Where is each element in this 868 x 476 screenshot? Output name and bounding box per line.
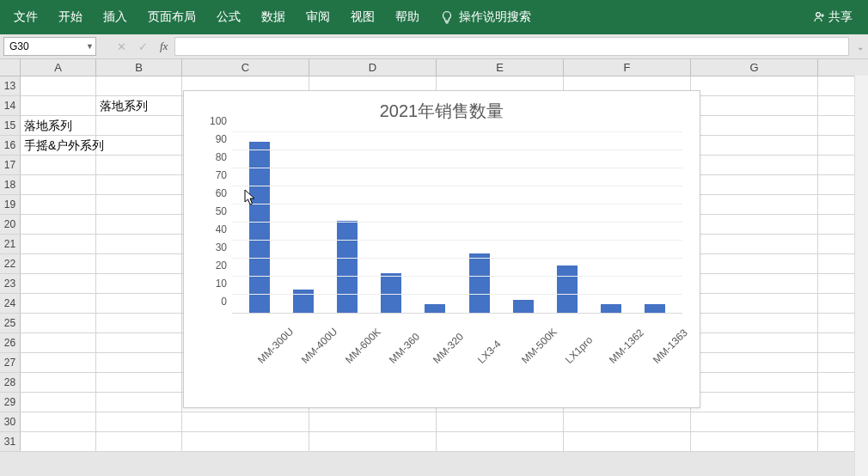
cell-F30[interactable] xyxy=(564,412,691,431)
cell-G25[interactable] xyxy=(691,314,818,333)
row-header-29[interactable]: 29 xyxy=(0,393,21,412)
cell-A19[interactable] xyxy=(21,195,96,214)
cell-B26[interactable] xyxy=(96,333,182,352)
ribbon-tab-公式[interactable]: 公式 xyxy=(206,0,251,34)
column-header-D[interactable]: D xyxy=(309,59,437,76)
cell-B19[interactable] xyxy=(96,195,182,214)
cell-D30[interactable] xyxy=(309,412,437,431)
row-header-27[interactable]: 27 xyxy=(0,353,21,372)
row-header-19[interactable]: 19 xyxy=(0,195,21,214)
cell-G18[interactable] xyxy=(691,175,818,194)
cell-B16[interactable] xyxy=(96,136,182,155)
chart-bar[interactable] xyxy=(293,290,314,313)
cell-B14[interactable]: 落地系列 xyxy=(96,96,182,115)
cell-G27[interactable] xyxy=(691,353,818,372)
row-header-16[interactable]: 16 xyxy=(0,136,21,155)
cell-G23[interactable] xyxy=(691,274,818,293)
cell-C31[interactable] xyxy=(182,432,309,451)
row-header-31[interactable]: 31 xyxy=(0,432,21,451)
column-header-F[interactable]: F xyxy=(564,59,691,76)
cell-A18[interactable] xyxy=(21,175,96,194)
row-header-26[interactable]: 26 xyxy=(0,333,21,352)
cell-E30[interactable] xyxy=(437,412,564,431)
column-header-G[interactable]: G xyxy=(691,59,818,76)
column-header-B[interactable]: B xyxy=(96,59,182,76)
row-header-28[interactable]: 28 xyxy=(0,373,21,392)
cell-A26[interactable] xyxy=(21,333,96,352)
cell-A22[interactable] xyxy=(21,254,96,273)
column-header-C[interactable]: C xyxy=(182,59,309,76)
row-header-21[interactable]: 21 xyxy=(0,235,21,253)
cell-B27[interactable] xyxy=(96,353,182,372)
cell-A30[interactable] xyxy=(21,412,96,431)
cell-B23[interactable] xyxy=(96,274,182,293)
chart-bar[interactable] xyxy=(645,304,665,314)
chevron-down-icon[interactable]: ▼ xyxy=(86,42,94,51)
cell-G14[interactable] xyxy=(691,96,818,115)
cell-B13[interactable] xyxy=(96,76,182,95)
tell-me-search[interactable]: 操作说明搜索 xyxy=(440,9,531,25)
formula-input[interactable] xyxy=(174,37,849,56)
expand-formula-bar-button[interactable]: ⌄ xyxy=(853,42,868,52)
row-header-14[interactable]: 14 xyxy=(0,96,21,115)
row-header-15[interactable]: 15 xyxy=(0,116,21,135)
cell-A13[interactable] xyxy=(21,76,96,95)
cell-B22[interactable] xyxy=(96,254,182,273)
cell-A29[interactable] xyxy=(21,393,96,412)
cell-B21[interactable] xyxy=(96,235,182,253)
chart-bar[interactable] xyxy=(469,253,490,313)
cell-B24[interactable] xyxy=(96,294,182,313)
chart-bar[interactable] xyxy=(425,304,445,314)
chart-bar[interactable] xyxy=(601,304,621,314)
chart-bar[interactable] xyxy=(381,273,401,313)
ribbon-tab-审阅[interactable]: 审阅 xyxy=(296,0,340,34)
name-box[interactable]: G30 ▼ xyxy=(3,37,96,56)
cell-G16[interactable] xyxy=(691,136,818,155)
column-header-E[interactable]: E xyxy=(437,59,564,76)
cell-A23[interactable] xyxy=(21,274,96,293)
row-header-20[interactable]: 20 xyxy=(0,215,21,234)
cell-A17[interactable] xyxy=(21,156,96,174)
ribbon-tab-帮助[interactable]: 帮助 xyxy=(385,0,430,34)
cell-F31[interactable] xyxy=(564,432,691,451)
cell-G26[interactable] xyxy=(691,333,818,352)
cell-B25[interactable] xyxy=(96,314,182,333)
ribbon-tab-数据[interactable]: 数据 xyxy=(251,0,296,34)
row-header-17[interactable]: 17 xyxy=(0,156,21,174)
cell-A21[interactable] xyxy=(21,235,96,253)
row-header-24[interactable]: 24 xyxy=(0,294,21,313)
cell-B29[interactable] xyxy=(96,393,182,412)
ribbon-tab-页面布局[interactable]: 页面布局 xyxy=(138,0,206,34)
cell-B17[interactable] xyxy=(96,156,182,174)
cell-G31[interactable] xyxy=(691,432,818,451)
cell-G22[interactable] xyxy=(691,254,818,273)
enter-formula-button[interactable]: ✓ xyxy=(138,40,148,53)
cell-B15[interactable] xyxy=(96,116,182,135)
cell-G15[interactable] xyxy=(691,116,818,135)
cell-B30[interactable] xyxy=(96,412,182,431)
ribbon-tab-开始[interactable]: 开始 xyxy=(48,0,93,34)
cell-A15[interactable]: 落地系列 xyxy=(21,116,96,135)
cell-G24[interactable] xyxy=(691,294,818,313)
row-header-13[interactable]: 13 xyxy=(0,76,21,95)
ribbon-tab-文件[interactable]: 文件 xyxy=(3,0,48,34)
cell-G20[interactable] xyxy=(691,215,818,234)
row-header-22[interactable]: 22 xyxy=(0,254,21,273)
cell-B18[interactable] xyxy=(96,175,182,194)
cell-E31[interactable] xyxy=(437,432,564,451)
cell-G29[interactable] xyxy=(691,393,818,412)
cell-B31[interactable] xyxy=(96,432,182,451)
cell-G28[interactable] xyxy=(691,373,818,392)
cell-A31[interactable] xyxy=(21,432,96,451)
cell-A27[interactable] xyxy=(21,353,96,372)
cell-D31[interactable] xyxy=(309,432,437,451)
cell-G19[interactable] xyxy=(691,195,818,214)
cancel-formula-button[interactable]: ✕ xyxy=(117,40,126,53)
cell-G13[interactable] xyxy=(691,76,818,95)
cell-A20[interactable] xyxy=(21,215,96,234)
row-header-25[interactable]: 25 xyxy=(0,314,21,333)
share-button[interactable]: 共享 xyxy=(801,0,865,34)
ribbon-tab-插入[interactable]: 插入 xyxy=(93,0,138,34)
insert-function-button[interactable]: fx xyxy=(160,40,168,53)
chart-bar[interactable] xyxy=(557,265,578,313)
